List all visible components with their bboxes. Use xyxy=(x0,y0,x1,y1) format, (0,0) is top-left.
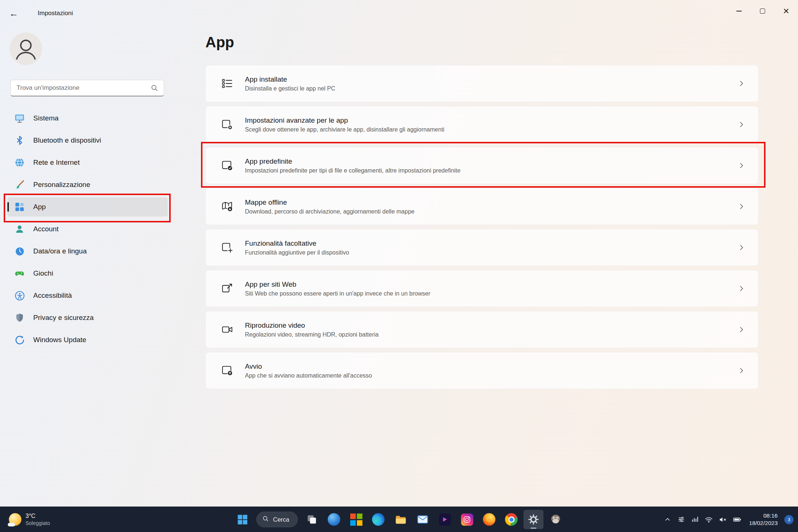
volume-button[interactable] xyxy=(719,515,727,524)
card-title: App per siti Web xyxy=(245,280,430,289)
back-arrow-icon: ← xyxy=(9,8,18,19)
sidebar-item-app[interactable]: App xyxy=(7,197,168,216)
app-icon-gimp[interactable] xyxy=(546,510,566,529)
app-icon-clipchamp[interactable] xyxy=(435,510,455,529)
card-installed-apps[interactable]: App installate Disinstalla e gestisci le… xyxy=(205,65,758,102)
app-icon-settings[interactable] xyxy=(524,510,543,529)
app-icon-instagram[interactable] xyxy=(457,510,477,529)
instagram-icon xyxy=(461,514,473,526)
taskbar-search-label: Cerca xyxy=(273,516,289,523)
chevron-right-icon xyxy=(737,284,746,293)
network-globe-icon xyxy=(14,157,25,168)
back-button[interactable]: ← xyxy=(5,5,22,21)
sidebar-item-label: App xyxy=(33,203,46,211)
sidebar-item-rete-e-internet[interactable]: Rete e Internet xyxy=(7,153,168,172)
system-icon xyxy=(14,113,25,124)
minimize-button[interactable] xyxy=(727,0,751,22)
sidebar-item-privacy-e-sicurezza[interactable]: Privacy e sicurezza xyxy=(7,308,168,327)
card-title: Riproduzione video xyxy=(245,321,379,330)
sidebar: Sistema Bluetooth e dispositivi Rete e I… xyxy=(0,27,196,507)
close-button[interactable]: × xyxy=(774,0,798,22)
sidebar-item-label: Accessibilità xyxy=(33,291,72,300)
maximize-icon xyxy=(760,8,765,14)
sidebar-item-sistema[interactable]: Sistema xyxy=(7,109,168,128)
card-optional-features[interactable]: Funzionalità facoltative Funzionalità ag… xyxy=(205,229,758,266)
sidebar-item-label: Sistema xyxy=(33,114,59,122)
start-button[interactable] xyxy=(232,510,252,529)
card-title: Avvio xyxy=(245,362,372,371)
battery-icon xyxy=(733,515,741,524)
chevron-up-icon xyxy=(664,515,672,524)
sidebar-item-bluetooth[interactable]: Bluetooth e dispositivi xyxy=(7,131,168,150)
personalization-brush-icon xyxy=(14,179,25,190)
windows-logo-icon xyxy=(236,514,248,525)
avatar[interactable] xyxy=(10,33,42,65)
selected-indicator xyxy=(7,202,9,212)
default-apps-icon xyxy=(221,159,234,172)
app-icon-chat[interactable] xyxy=(324,510,344,529)
network-button[interactable] xyxy=(705,515,713,524)
card-offline-maps[interactable]: Mappe offline Download, percorso di arch… xyxy=(205,188,758,225)
card-subtitle: Scegli dove ottenere le app, archiviare … xyxy=(245,126,444,133)
sidebar-item-data-ora-e-lingua[interactable]: Data/ora e lingua xyxy=(7,242,168,261)
sidebar-item-account[interactable]: Account xyxy=(7,219,168,239)
minimize-icon xyxy=(736,11,742,11)
sun-icon xyxy=(9,513,21,526)
card-default-apps[interactable]: App predefinite Impostazioni predefinite… xyxy=(205,147,758,184)
titlebar: ← Impostazioni × xyxy=(0,0,798,27)
app-icon-firefox[interactable] xyxy=(479,510,499,529)
apps-grid-icon xyxy=(14,201,25,212)
app-icon-microsoft-store[interactable] xyxy=(346,510,366,529)
app-icon-file-explorer[interactable] xyxy=(391,510,410,529)
edge-browser-icon xyxy=(372,513,385,526)
sidebar-item-personalizzazione[interactable]: Personalizzazione xyxy=(7,175,168,194)
search-box xyxy=(10,80,164,96)
startup-icon xyxy=(221,364,234,377)
quick-settings-sliders-button[interactable] xyxy=(677,515,685,524)
battery-button[interactable] xyxy=(733,515,741,524)
sidebar-item-accessibilita[interactable]: Accessibilità xyxy=(7,286,168,305)
apps-for-websites-icon xyxy=(221,282,234,295)
sidebar-item-label: Giochi xyxy=(33,269,53,277)
clock-widget[interactable]: 08:16 18/02/2023 xyxy=(749,512,778,527)
clock-time: 08:16 xyxy=(749,512,778,519)
sidebar-item-label: Bluetooth e dispositivi xyxy=(33,136,101,144)
app-icon-edge[interactable] xyxy=(368,510,388,529)
system-tray: 08:16 18/02/2023 3 xyxy=(664,507,794,532)
chevron-right-icon xyxy=(737,202,746,211)
sidebar-item-windows-update[interactable]: Windows Update xyxy=(7,330,168,349)
installed-apps-icon xyxy=(221,77,234,90)
card-advanced-app-settings[interactable]: Impostazioni avanzate per le app Scegli … xyxy=(205,106,758,143)
chevron-right-icon xyxy=(737,161,746,170)
card-title: App installate xyxy=(245,75,335,83)
search-icon[interactable] xyxy=(150,84,158,92)
card-title: Impostazioni avanzate per le app xyxy=(245,116,444,125)
card-subtitle: App che si avviano automaticamente all'a… xyxy=(245,372,372,379)
bluetooth-icon xyxy=(14,135,25,146)
taskbar-search[interactable]: Cerca xyxy=(256,512,298,527)
taskbar-center: Cerca xyxy=(232,507,566,532)
app-icon-mail[interactable] xyxy=(413,510,433,529)
maximize-button[interactable] xyxy=(751,0,774,22)
card-startup[interactable]: Avvio App che si avviano automaticamente… xyxy=(205,352,758,389)
sidebar-item-label: Windows Update xyxy=(33,336,86,344)
window-controls: × xyxy=(727,0,798,22)
sidebar-item-giochi[interactable]: Giochi xyxy=(7,264,168,283)
update-arrows-icon xyxy=(14,334,25,345)
envelope-icon xyxy=(417,514,429,525)
card-apps-for-websites[interactable]: App per siti Web Siti Web che possono es… xyxy=(205,270,758,307)
app-icon-chrome[interactable] xyxy=(501,510,521,529)
weather-temperature: 3°C xyxy=(25,513,50,519)
card-subtitle: Disinstalla e gestisci le app nel PC xyxy=(245,85,335,92)
task-view-button[interactable] xyxy=(302,510,322,529)
hidden-icons-button[interactable] xyxy=(664,515,672,524)
weather-widget[interactable]: 3°C Soleggiato xyxy=(5,507,54,532)
search-input[interactable] xyxy=(11,84,150,92)
sidebar-nav: Sistema Bluetooth e dispositivi Rete e I… xyxy=(7,109,168,352)
notification-count-badge[interactable]: 3 xyxy=(784,515,794,524)
sidebar-item-label: Account xyxy=(33,225,59,233)
advanced-apps-icon xyxy=(221,118,234,131)
chevron-right-icon xyxy=(737,366,746,375)
card-video-playback[interactable]: Riproduzione video Regolazioni video, st… xyxy=(205,311,758,348)
signal-bars-button[interactable] xyxy=(691,515,699,524)
